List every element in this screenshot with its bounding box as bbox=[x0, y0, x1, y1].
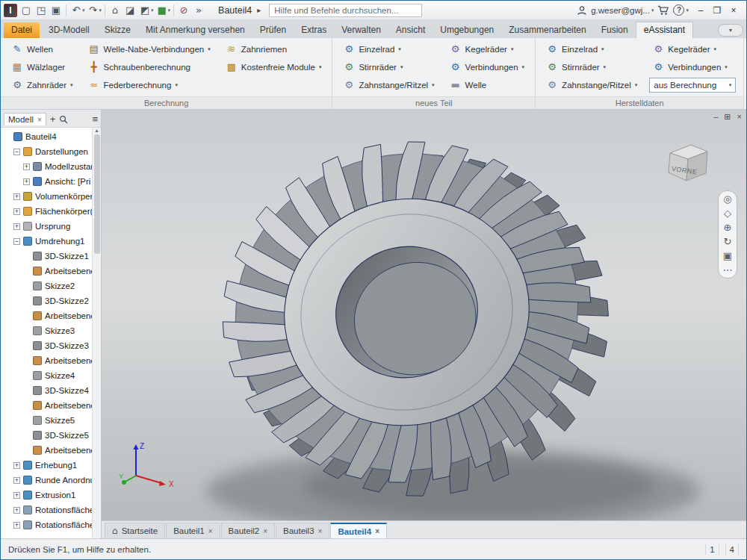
tree-item-darstellungen-1[interactable]: −Darstellungen bbox=[2, 144, 92, 159]
tree-item-3d-skizze3-14[interactable]: 3D-Skizze3 bbox=[2, 338, 92, 353]
tree-item-arbeitsebene2-12[interactable]: Arbeitsebene2 bbox=[2, 308, 92, 323]
help-search-input[interactable] bbox=[269, 4, 422, 17]
tree-item-arbeitsebene5-21[interactable]: Arbeitsebene5 bbox=[2, 443, 92, 458]
appearance-icon[interactable]: ■ bbox=[155, 4, 169, 17]
tree-expand-toggle[interactable]: + bbox=[13, 477, 20, 484]
open-icon[interactable]: ◳ bbox=[34, 4, 48, 17]
tree-expand-toggle[interactable]: − bbox=[13, 238, 20, 245]
zahnstange-ritzel-button-1[interactable]: ⚙Zahnstange/Ritzel▾ bbox=[340, 76, 437, 94]
redo-icon[interactable]: ↷ bbox=[87, 4, 100, 17]
tab-pruefen[interactable]: Prüfen bbox=[252, 22, 294, 38]
viewport-close-button[interactable]: × bbox=[737, 112, 742, 122]
tree-item-skizze4-16[interactable]: Skizze4 bbox=[2, 368, 92, 383]
tree-item-skizze3-13[interactable]: Skizze3 bbox=[2, 323, 92, 338]
new-file-icon[interactable]: ▢ bbox=[19, 4, 33, 17]
material-icon-caret[interactable]: ▾ bbox=[151, 7, 154, 13]
browser-search-icon[interactable] bbox=[59, 115, 68, 124]
verbindungen-button-2[interactable]: ⚙Verbindungen▾ bbox=[649, 58, 736, 76]
einzelrad-button-1[interactable]: ⚙Einzelrad▾ bbox=[340, 40, 437, 58]
tree-expand-toggle[interactable]: + bbox=[13, 223, 20, 230]
scroll-up-icon[interactable]: ▲ bbox=[94, 128, 99, 133]
doc-tab-bauteil4[interactable]: Bauteil4× bbox=[330, 523, 387, 538]
tree-item-3d-skizze4-17[interactable]: 3D-Skizze4 bbox=[2, 383, 92, 398]
welle-nabe-verbindungen-button-0[interactable]: ▤Welle-Nabe-Verbindungen▾ bbox=[85, 40, 214, 58]
einzelrad-button-2[interactable]: ⚙Einzelrad▾ bbox=[543, 40, 640, 58]
tree-item-3d-skizze2-11[interactable]: 3D-Skizze2 bbox=[2, 293, 92, 308]
tree-item-skizze2-10[interactable]: Skizze2 bbox=[2, 279, 92, 293]
scrollbar-thumb[interactable] bbox=[94, 134, 100, 254]
tab-extras[interactable]: Extras bbox=[294, 22, 334, 38]
minimize-button[interactable]: – bbox=[692, 4, 709, 17]
waelzlager-button-0[interactable]: ▦Wälzlager bbox=[8, 58, 76, 76]
tree-item-ansicht-pri-3[interactable]: +Ansicht: [Pri bbox=[2, 174, 92, 189]
tab-eassistant[interactable]: eAssistant bbox=[636, 22, 693, 38]
tab-datei[interactable]: Datei bbox=[4, 22, 40, 38]
sweep-icon[interactable]: ◪ bbox=[123, 4, 137, 17]
user-icon[interactable] bbox=[577, 5, 587, 16]
browser-tab-close-icon[interactable]: × bbox=[37, 116, 42, 124]
tree-expand-toggle[interactable]: + bbox=[13, 492, 20, 499]
zoom-icon[interactable]: ⊕ bbox=[724, 223, 732, 232]
tree-expand-toggle[interactable]: + bbox=[13, 193, 20, 200]
doc-tab-startseite[interactable]: ⌂Startseite bbox=[105, 523, 165, 538]
zahnriemen-button-0[interactable]: ≋Zahnriemen bbox=[223, 40, 325, 58]
doc-tab-close-icon[interactable]: × bbox=[208, 527, 213, 535]
tree-item-rotationsflaeche-26[interactable]: +Rotationsfläche: bbox=[2, 517, 92, 532]
pan-icon[interactable]: ◇ bbox=[724, 208, 731, 218]
tree-expand-toggle[interactable]: + bbox=[13, 507, 20, 514]
viewport-minimize-button[interactable]: – bbox=[713, 112, 718, 122]
cart-icon[interactable] bbox=[657, 5, 669, 16]
signed-in-user[interactable]: g.weser@gwj... bbox=[591, 6, 650, 15]
tree-expand-toggle[interactable]: + bbox=[23, 178, 30, 185]
ribbon-display-toggle[interactable]: ▾ bbox=[718, 24, 743, 37]
federberechnung-button-0[interactable]: ≈Federberechnung▾ bbox=[85, 76, 214, 94]
bevel-gear-model[interactable] bbox=[102, 110, 746, 520]
tree-item-rotationsflaeche-25[interactable]: +Rotationsfläche: bbox=[2, 503, 92, 517]
home-icon[interactable]: ⌂ bbox=[108, 4, 122, 17]
tree-item-arbeitsebene1-9[interactable]: Arbeitsebene1 bbox=[2, 264, 92, 279]
tab-fusion[interactable]: Fusion bbox=[594, 22, 636, 38]
user-menu-caret-icon[interactable]: ▾ bbox=[651, 7, 654, 13]
zahnraeder-button-0[interactable]: ⚙Zahnräder▾ bbox=[8, 76, 76, 94]
combo-caret-icon[interactable]: ▾ bbox=[729, 82, 732, 88]
counter-left[interactable]: 1 bbox=[705, 544, 719, 555]
tree-item-runde-anordnu-23[interactable]: +Runde Anordnu bbox=[2, 473, 92, 488]
tree-item-erhebung1-22[interactable]: +Erhebung1 bbox=[2, 458, 92, 473]
close-button[interactable]: × bbox=[725, 4, 742, 17]
counter-right[interactable]: 4 bbox=[725, 544, 739, 555]
undo-icon-caret[interactable]: ▾ bbox=[82, 7, 85, 13]
tree-item-skizze5-19[interactable]: Skizze5 bbox=[2, 413, 92, 428]
tree-item-3d-skizze1-8[interactable]: 3D-Skizze1 bbox=[2, 249, 92, 264]
restore-button[interactable]: ❐ bbox=[709, 4, 725, 17]
tab-zusammenarbeiten[interactable]: Zusammenarbeiten bbox=[501, 22, 593, 38]
stirnraeder-button-1[interactable]: ⚙Stirnräder▾ bbox=[340, 58, 437, 76]
tab-verwalten[interactable]: Verwalten bbox=[334, 22, 388, 38]
redo-icon-caret[interactable]: ▾ bbox=[99, 7, 102, 13]
tree-item-volumenkoerper-4[interactable]: +Volumenkörper( bbox=[2, 189, 92, 204]
aus-berechnung-combo[interactable]: aus Berechnung▾ bbox=[649, 78, 736, 93]
tree-item-bauteil4-0[interactable]: Bauteil4 bbox=[2, 129, 92, 144]
tree-item-flaechenkoerper-3-5[interactable]: +Flächenkörper(3 bbox=[2, 204, 92, 219]
browser-add-icon[interactable]: + bbox=[50, 113, 56, 125]
kostenfreie-module-button-0[interactable]: ▩Kostenfreie Module▾ bbox=[223, 58, 325, 76]
inventor-logo-icon[interactable]: I bbox=[4, 4, 17, 17]
tab-umgebungen[interactable]: Umgebungen bbox=[433, 22, 501, 38]
save-icon[interactable]: ▣ bbox=[49, 4, 63, 17]
tree-item-ursprung-6[interactable]: +Ursprung bbox=[2, 219, 92, 234]
overflow-icon[interactable]: » bbox=[192, 4, 205, 17]
navigation-wheel-icon[interactable]: ◎ bbox=[723, 194, 731, 204]
kegelraeder-button-2[interactable]: ⚙Kegelräder▾ bbox=[649, 40, 736, 58]
wellen-button-0[interactable]: ✎Wellen bbox=[8, 40, 76, 58]
doc-tab-bauteil1[interactable]: Bauteil1× bbox=[166, 523, 220, 538]
tree-item-extrusion1-24[interactable]: +Extrusion1 bbox=[2, 488, 92, 503]
tree-scrollbar[interactable]: ▲ bbox=[92, 128, 101, 538]
zahnstange-ritzel-button-2[interactable]: ⚙Zahnstange/Ritzel▾ bbox=[543, 76, 640, 94]
kegelraeder-button-1[interactable]: ⚙Kegelräder▾ bbox=[447, 40, 528, 58]
doc-tab-bauteil3[interactable]: Bauteil3× bbox=[276, 523, 329, 538]
doc-tab-bauteil2[interactable]: Bauteil2× bbox=[221, 523, 275, 538]
browser-menu-icon[interactable]: ≡ bbox=[92, 113, 98, 125]
welle-button-1[interactable]: ▬Welle bbox=[447, 76, 528, 94]
orbit-icon[interactable]: ↻ bbox=[724, 237, 732, 246]
tree-expand-toggle[interactable]: + bbox=[13, 208, 20, 215]
tree-item-modellzustan-2[interactable]: +Modellzustan bbox=[2, 159, 92, 174]
